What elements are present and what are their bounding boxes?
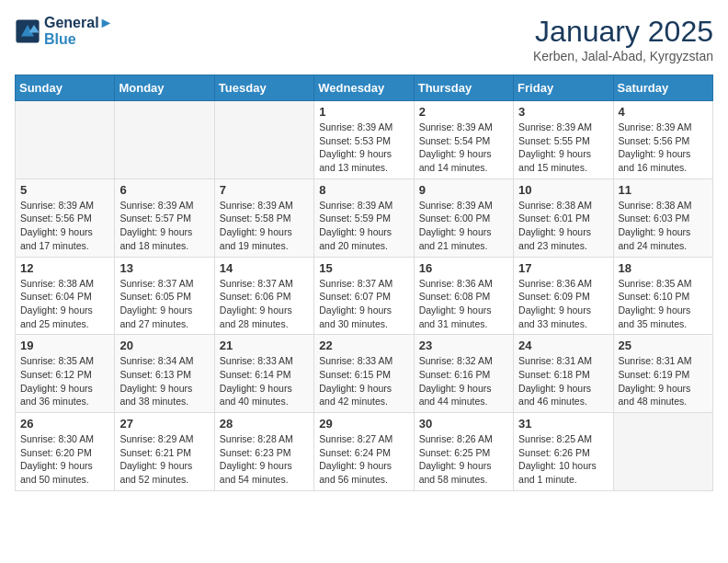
day-info: Sunrise: 8:39 AMSunset: 5:56 PMDaylight:… — [20, 199, 109, 253]
day-info: Sunrise: 8:27 AMSunset: 6:24 PMDaylight:… — [319, 432, 408, 487]
calendar-day-cell: 27Sunrise: 8:29 AMSunset: 6:21 PMDayligh… — [115, 413, 214, 491]
day-info: Sunrise: 8:38 AMSunset: 6:04 PMDaylight:… — [20, 277, 109, 331]
weekday-header: Wednesday — [314, 75, 414, 101]
day-number: 1 — [319, 105, 408, 119]
day-number: 30 — [419, 417, 508, 431]
calendar-day-cell: 13Sunrise: 8:37 AMSunset: 6:05 PMDayligh… — [115, 257, 214, 335]
day-info: Sunrise: 8:32 AMSunset: 6:16 PMDaylight:… — [419, 354, 508, 408]
calendar-day-cell: 19Sunrise: 8:35 AMSunset: 6:12 PMDayligh… — [16, 335, 115, 413]
calendar-day-cell: 7Sunrise: 8:39 AMSunset: 5:58 PMDaylight… — [214, 178, 313, 257]
calendar-day-cell: 14Sunrise: 8:37 AMSunset: 6:06 PMDayligh… — [214, 257, 313, 335]
calendar-day-cell: 9Sunrise: 8:39 AMSunset: 6:00 PMDaylight… — [414, 178, 513, 257]
calendar-day-cell: 16Sunrise: 8:36 AMSunset: 6:08 PMDayligh… — [414, 257, 513, 335]
day-info: Sunrise: 8:25 AMSunset: 6:26 PMDaylight:… — [518, 432, 608, 487]
day-info: Sunrise: 8:39 AMSunset: 5:58 PMDaylight:… — [220, 199, 309, 253]
day-info: Sunrise: 8:37 AMSunset: 6:06 PMDaylight:… — [220, 277, 309, 331]
calendar-day-cell: 10Sunrise: 8:38 AMSunset: 6:01 PMDayligh… — [514, 178, 613, 257]
day-number: 18 — [619, 261, 708, 275]
calendar-day-cell: 29Sunrise: 8:27 AMSunset: 6:24 PMDayligh… — [314, 413, 414, 491]
calendar-day-cell: 4Sunrise: 8:39 AMSunset: 5:56 PMDaylight… — [613, 101, 712, 179]
calendar-week-row: 1Sunrise: 8:39 AMSunset: 5:53 PMDaylight… — [16, 101, 713, 179]
day-info: Sunrise: 8:39 AMSunset: 5:54 PMDaylight:… — [419, 121, 508, 175]
day-number: 2 — [419, 105, 508, 119]
day-info: Sunrise: 8:26 AMSunset: 6:25 PMDaylight:… — [419, 432, 508, 487]
day-number: 15 — [319, 261, 408, 275]
calendar-day-cell: 15Sunrise: 8:37 AMSunset: 6:07 PMDayligh… — [314, 257, 414, 335]
day-info: Sunrise: 8:35 AMSunset: 6:12 PMDaylight:… — [20, 354, 109, 408]
day-number: 31 — [518, 417, 608, 431]
day-info: Sunrise: 8:34 AMSunset: 6:13 PMDaylight:… — [119, 354, 209, 408]
day-number: 21 — [220, 339, 309, 352]
calendar-table: SundayMondayTuesdayWednesdayThursdayFrid… — [15, 75, 713, 491]
month-title: January 2025 — [533, 15, 713, 49]
day-info: Sunrise: 8:33 AMSunset: 6:15 PMDaylight:… — [319, 354, 408, 408]
calendar-day-cell — [16, 101, 115, 179]
weekday-header: Saturday — [613, 75, 712, 101]
day-number: 5 — [20, 183, 109, 197]
day-number: 29 — [319, 417, 408, 431]
calendar-day-cell: 11Sunrise: 8:38 AMSunset: 6:03 PMDayligh… — [613, 178, 712, 257]
calendar-day-cell: 30Sunrise: 8:26 AMSunset: 6:25 PMDayligh… — [414, 413, 513, 491]
day-info: Sunrise: 8:37 AMSunset: 6:07 PMDaylight:… — [319, 277, 408, 331]
calendar-day-cell: 18Sunrise: 8:35 AMSunset: 6:10 PMDayligh… — [613, 257, 712, 335]
day-info: Sunrise: 8:39 AMSunset: 5:59 PMDaylight:… — [319, 199, 408, 253]
title-block: January 2025 Kerben, Jalal-Abad, Kyrgyzs… — [533, 15, 713, 63]
day-number: 4 — [619, 105, 708, 119]
calendar-day-cell: 20Sunrise: 8:34 AMSunset: 6:13 PMDayligh… — [115, 335, 214, 413]
logo-text: General► Blue — [44, 15, 113, 48]
calendar-day-cell: 6Sunrise: 8:39 AMSunset: 5:57 PMDaylight… — [115, 178, 214, 257]
day-info: Sunrise: 8:39 AMSunset: 5:56 PMDaylight:… — [619, 121, 708, 175]
day-number: 13 — [119, 261, 209, 275]
calendar-day-cell: 17Sunrise: 8:36 AMSunset: 6:09 PMDayligh… — [514, 257, 613, 335]
day-info: Sunrise: 8:35 AMSunset: 6:10 PMDaylight:… — [619, 277, 708, 331]
calendar-day-cell: 1Sunrise: 8:39 AMSunset: 5:53 PMDaylight… — [314, 101, 414, 179]
day-info: Sunrise: 8:31 AMSunset: 6:19 PMDaylight:… — [619, 354, 708, 408]
day-number: 3 — [518, 105, 608, 119]
calendar-day-cell: 22Sunrise: 8:33 AMSunset: 6:15 PMDayligh… — [314, 335, 414, 413]
day-info: Sunrise: 8:31 AMSunset: 6:18 PMDaylight:… — [518, 354, 608, 408]
calendar-day-cell: 3Sunrise: 8:39 AMSunset: 5:55 PMDaylight… — [514, 101, 613, 179]
calendar-day-cell — [214, 101, 313, 179]
logo: General► Blue — [15, 15, 113, 48]
calendar-week-row: 26Sunrise: 8:30 AMSunset: 6:20 PMDayligh… — [16, 413, 713, 491]
day-number: 8 — [319, 183, 408, 197]
day-info: Sunrise: 8:39 AMSunset: 5:57 PMDaylight:… — [119, 199, 209, 253]
calendar-day-cell: 23Sunrise: 8:32 AMSunset: 6:16 PMDayligh… — [414, 335, 513, 413]
day-info: Sunrise: 8:39 AMSunset: 6:00 PMDaylight:… — [419, 199, 508, 253]
day-number: 7 — [220, 183, 309, 197]
calendar-day-cell: 21Sunrise: 8:33 AMSunset: 6:14 PMDayligh… — [214, 335, 313, 413]
day-number: 28 — [220, 417, 309, 431]
day-number: 14 — [220, 261, 309, 275]
day-number: 9 — [419, 183, 508, 197]
day-number: 24 — [518, 339, 608, 352]
day-number: 16 — [419, 261, 508, 275]
day-info: Sunrise: 8:36 AMSunset: 6:08 PMDaylight:… — [419, 277, 508, 331]
calendar-day-cell: 25Sunrise: 8:31 AMSunset: 6:19 PMDayligh… — [613, 335, 712, 413]
calendar-week-row: 12Sunrise: 8:38 AMSunset: 6:04 PMDayligh… — [16, 257, 713, 335]
weekday-header: Friday — [514, 75, 613, 101]
calendar-day-cell: 2Sunrise: 8:39 AMSunset: 5:54 PMDaylight… — [414, 101, 513, 179]
day-number: 26 — [20, 417, 109, 431]
day-number: 22 — [319, 339, 408, 352]
day-number: 19 — [20, 339, 109, 352]
day-info: Sunrise: 8:37 AMSunset: 6:05 PMDaylight:… — [119, 277, 209, 331]
calendar-week-row: 5Sunrise: 8:39 AMSunset: 5:56 PMDaylight… — [16, 178, 713, 257]
weekday-header: Thursday — [414, 75, 513, 101]
day-info: Sunrise: 8:36 AMSunset: 6:09 PMDaylight:… — [518, 277, 608, 331]
calendar-header-row: SundayMondayTuesdayWednesdayThursdayFrid… — [16, 75, 713, 101]
day-number: 27 — [119, 417, 209, 431]
day-number: 10 — [518, 183, 608, 197]
day-number: 23 — [419, 339, 508, 352]
day-info: Sunrise: 8:28 AMSunset: 6:23 PMDaylight:… — [220, 432, 309, 487]
calendar-day-cell: 26Sunrise: 8:30 AMSunset: 6:20 PMDayligh… — [16, 413, 115, 491]
day-info: Sunrise: 8:39 AMSunset: 5:55 PMDaylight:… — [518, 121, 608, 175]
day-info: Sunrise: 8:39 AMSunset: 5:53 PMDaylight:… — [319, 121, 408, 175]
day-number: 11 — [619, 183, 708, 197]
calendar-day-cell — [115, 101, 214, 179]
calendar-day-cell: 28Sunrise: 8:28 AMSunset: 6:23 PMDayligh… — [214, 413, 313, 491]
day-number: 25 — [619, 339, 708, 352]
day-info: Sunrise: 8:30 AMSunset: 6:20 PMDaylight:… — [20, 432, 109, 487]
day-number: 20 — [119, 339, 209, 352]
calendar-day-cell: 31Sunrise: 8:25 AMSunset: 6:26 PMDayligh… — [514, 413, 613, 491]
day-number: 12 — [20, 261, 109, 275]
